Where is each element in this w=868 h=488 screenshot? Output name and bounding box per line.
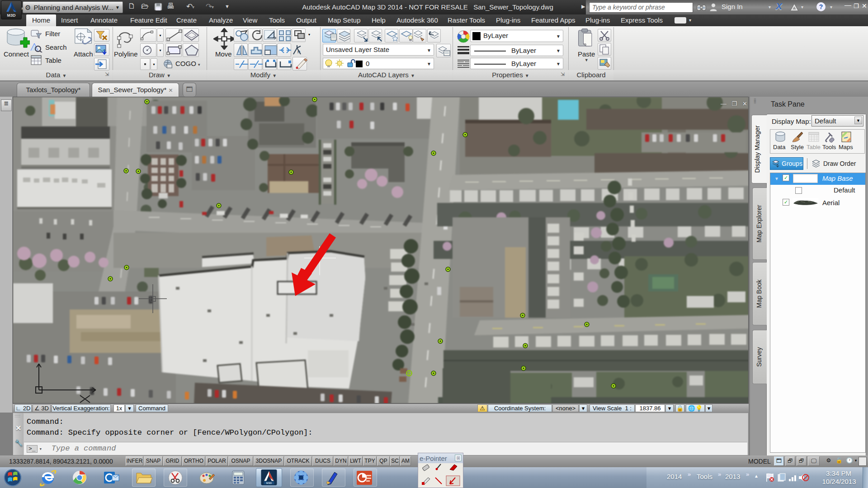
svg-text:n: n — [297, 49, 300, 54]
svg-text:M3D: M3D — [266, 482, 272, 484]
